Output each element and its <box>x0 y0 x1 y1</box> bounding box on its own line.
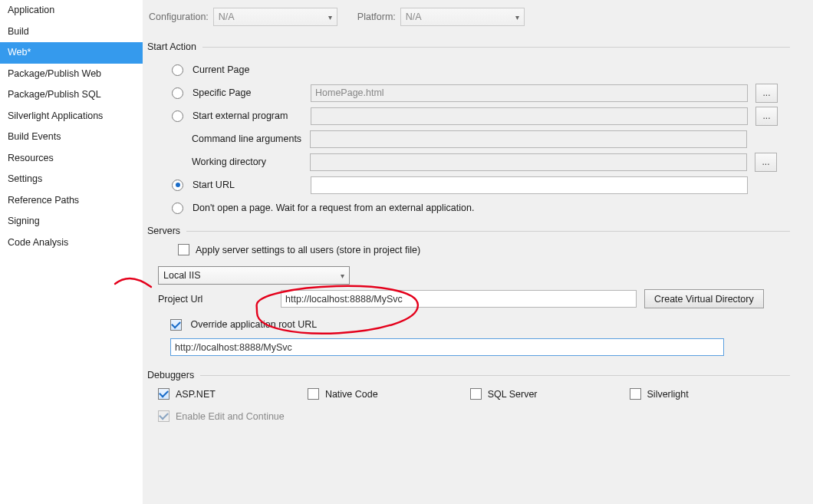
working-dir-input[interactable] <box>310 153 747 171</box>
sidebar-item-code-analysis[interactable]: Code Analysis <box>0 232 143 254</box>
project-url-row: Project Url Create Virtual Directory <box>147 285 813 308</box>
debuggers-header: Debuggers <box>147 370 813 380</box>
sidebar-item-resources[interactable]: Resources <box>0 148 143 170</box>
enable-edit-continue-checkbox <box>158 410 170 422</box>
servers-group: Apply server settings to all users (stor… <box>147 236 813 255</box>
override-url-row <box>147 331 813 356</box>
silverlight-checkbox[interactable] <box>630 388 641 400</box>
override-root-label: Override application root URL <box>190 319 317 330</box>
dont-open-label: Don't open a page. Wait for a request fr… <box>193 203 474 213</box>
sidebar-item-application[interactable]: Application <box>0 0 143 21</box>
dont-open-radio[interactable] <box>172 203 183 214</box>
browse-specific-page-button[interactable]: ... <box>755 84 778 103</box>
platform-label: Platform: <box>357 12 396 22</box>
server-type-row: Local IIS ▾ <box>147 255 813 285</box>
start-external-radio[interactable] <box>172 110 183 122</box>
current-page-radio[interactable] <box>172 64 183 76</box>
section-title: Start Action <box>147 41 196 52</box>
cmd-args-input[interactable] <box>310 130 747 148</box>
start-url-radio[interactable] <box>172 180 183 191</box>
section-title: Debuggers <box>147 370 194 380</box>
sidebar-item-build[interactable]: Build <box>0 21 143 43</box>
sidebar-item-reference-paths[interactable]: Reference Paths <box>0 190 143 212</box>
override-url-input[interactable] <box>170 338 724 356</box>
configuration-label: Configuration: <box>149 12 209 22</box>
configuration-value: N/A <box>219 12 235 22</box>
specific-page-label: Specific Page <box>193 87 308 98</box>
aspnet-checkbox[interactable] <box>158 388 170 400</box>
working-dir-label: Working directory <box>192 156 307 167</box>
section-title: Servers <box>147 226 180 236</box>
browse-external-program-button[interactable]: ... <box>755 107 778 126</box>
override-root-checkbox[interactable] <box>170 319 182 331</box>
project-url-label: Project Url <box>158 294 273 305</box>
project-url-input[interactable] <box>281 290 637 308</box>
sidebar-item-build-events[interactable]: Build Events <box>0 127 143 148</box>
config-toolbar: Configuration: N/A ▾ Platform: N/A ▾ <box>147 0 813 37</box>
apply-all-users-label: Apply server settings to all users (stor… <box>196 245 420 255</box>
sidebar-item-settings[interactable]: Settings <box>0 169 143 190</box>
aspnet-label: ASP.NET <box>176 389 216 400</box>
chevron-down-icon: ▾ <box>515 13 519 21</box>
cmd-args-label: Command line arguments <box>192 133 307 144</box>
sidebar-item-silverlight-applications[interactable]: Silverlight Applications <box>0 106 143 127</box>
browse-working-dir-button[interactable]: ... <box>755 153 777 172</box>
override-root-row: Override application root URL <box>147 308 813 331</box>
silverlight-label: Silverlight <box>647 389 689 400</box>
sidebar-item-package-publish-web[interactable]: Package/Publish Web <box>0 64 143 85</box>
sidebar-item-package-publish-sql[interactable]: Package/Publish SQL <box>0 84 143 106</box>
chevron-down-icon: ▾ <box>341 272 344 280</box>
create-virtual-directory-button[interactable]: Create Virtual Directory <box>644 289 764 308</box>
specific-page-radio[interactable] <box>172 87 183 99</box>
platform-dropdown[interactable]: N/A ▾ <box>400 8 525 26</box>
specific-page-input[interactable] <box>311 84 748 102</box>
external-program-input[interactable] <box>311 107 748 125</box>
sql-server-checkbox[interactable] <box>470 388 482 400</box>
server-type-value: Local IIS <box>163 270 201 281</box>
main-panel: Configuration: N/A ▾ Platform: N/A ▾ Sta… <box>143 0 813 504</box>
servers-header: Servers <box>147 226 813 236</box>
start-url-label: Start URL <box>193 180 308 190</box>
server-type-dropdown[interactable]: Local IIS ▾ <box>158 266 350 285</box>
configuration-dropdown[interactable]: N/A ▾ <box>213 8 337 26</box>
divider <box>202 47 790 48</box>
current-page-label: Current Page <box>193 64 249 75</box>
start-action-group: Current Page Specific Page ... Start ext… <box>147 52 813 219</box>
start-url-input[interactable] <box>311 176 748 194</box>
start-external-label: Start external program <box>193 110 308 121</box>
platform-value: N/A <box>406 12 422 22</box>
enable-edit-continue-label: Enable Edit and Continue <box>176 411 285 422</box>
sql-server-label: SQL Server <box>488 389 538 400</box>
start-action-header: Start Action <box>147 41 813 52</box>
divider <box>200 375 790 376</box>
divider <box>186 231 790 232</box>
settings-sidebar: Application Build Web* Package/Publish W… <box>0 0 143 504</box>
chevron-down-icon: ▾ <box>328 13 332 21</box>
sidebar-item-signing[interactable]: Signing <box>0 211 143 232</box>
sidebar-item-web[interactable]: Web* <box>0 42 143 64</box>
native-code-label: Native Code <box>325 389 378 400</box>
native-code-checkbox[interactable] <box>308 388 319 400</box>
apply-all-users-checkbox[interactable] <box>178 244 189 255</box>
